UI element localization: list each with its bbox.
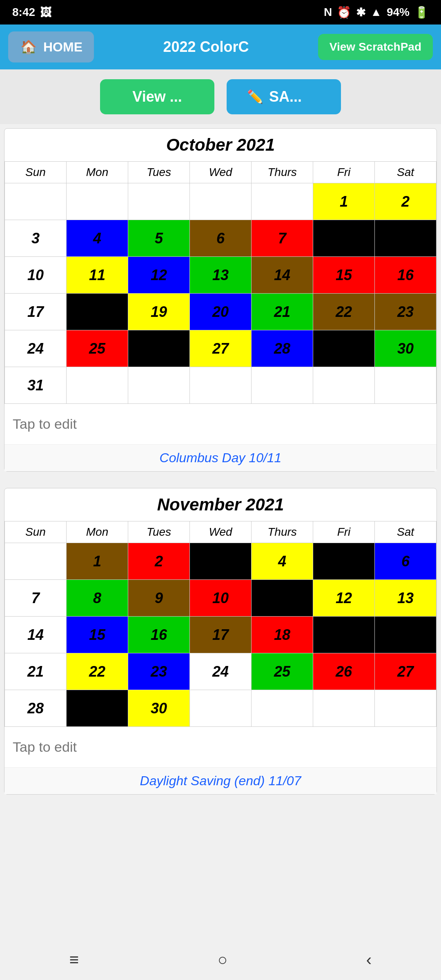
nov-cell-25[interactable]: 25 <box>252 653 313 690</box>
oct-cell-13[interactable]: 13 <box>190 257 252 294</box>
nov-cell-1[interactable]: 1 <box>67 543 128 580</box>
oct-cell-28[interactable]: 28 <box>252 330 313 367</box>
oct-cell-10[interactable]: 10 <box>5 257 67 294</box>
oct-cell-6[interactable]: 6 <box>190 220 252 257</box>
nov-cell-14[interactable]: 14 <box>5 617 67 653</box>
oct-cell-30[interactable]: 30 <box>375 330 437 367</box>
nov-cell-10[interactable]: 10 <box>190 580 252 617</box>
oct-cell-18[interactable]: 18 <box>67 294 128 330</box>
oct-header-mon: Mon <box>67 162 128 183</box>
oct-cell-empty-r6-5[interactable] <box>313 367 375 404</box>
nov-cell-empty-r5-1[interactable] <box>190 690 252 727</box>
nav-back-button[interactable]: ‹ <box>366 951 372 969</box>
oct-cell-14[interactable]: 14 <box>252 257 313 294</box>
nov-cell-21[interactable]: 21 <box>5 653 67 690</box>
oct-cell-20[interactable]: 20 <box>190 294 252 330</box>
october-title: October 2021 <box>4 129 437 161</box>
oct-week6: 31 <box>5 367 437 404</box>
oct-cell-7[interactable]: 7 <box>252 220 313 257</box>
oct-cell-empty1[interactable] <box>5 183 67 220</box>
nov-cell-16[interactable]: 16 <box>128 617 190 653</box>
oct-cell-25[interactable]: 25 <box>67 330 128 367</box>
nav-menu-button[interactable]: ≡ <box>69 951 79 969</box>
nov-cell-8[interactable]: 8 <box>67 580 128 617</box>
oct-cell-3[interactable]: 3 <box>5 220 67 257</box>
oct-cell-31[interactable]: 31 <box>5 367 67 404</box>
nov-header-mon: Mon <box>67 521 128 543</box>
nov-cell-3[interactable]: 3 <box>190 543 252 580</box>
oct-cell-empty3[interactable] <box>128 183 190 220</box>
oct-cell-2[interactable]: 2 <box>375 183 437 220</box>
oct-cell-23[interactable]: 23 <box>375 294 437 330</box>
nov-cell-24[interactable]: 24 <box>190 653 252 690</box>
status-wifi-icon: ▲ <box>370 6 382 19</box>
status-battery-icon: 🔋 <box>414 6 429 19</box>
nov-cell-17[interactable]: 17 <box>190 617 252 653</box>
nov-cell-2[interactable]: 2 <box>128 543 190 580</box>
home-button[interactable]: 🏠 HOME <box>8 31 94 62</box>
oct-header-sat: Sat <box>375 162 437 183</box>
nov-cell-22[interactable]: 22 <box>67 653 128 690</box>
nov-cell-20[interactable]: 20 <box>375 617 437 653</box>
oct-cell-empty-r6-6[interactable] <box>375 367 437 404</box>
oct-cell-8[interactable]: 8 <box>313 220 375 257</box>
nov-cell-4[interactable]: 4 <box>252 543 313 580</box>
nov-tap-edit[interactable] <box>4 727 437 767</box>
nov-cell-28[interactable]: 28 <box>5 690 67 727</box>
oct-cell-empty5[interactable] <box>252 183 313 220</box>
oct-cell-17[interactable]: 17 <box>5 294 67 330</box>
oct-cell-9[interactable]: 9 <box>375 220 437 257</box>
nov-cell-5[interactable]: 5 <box>313 543 375 580</box>
nov-cell-9[interactable]: 9 <box>128 580 190 617</box>
oct-cell-empty-r6-1[interactable] <box>67 367 128 404</box>
nov-cell-30[interactable]: 30 <box>128 690 190 727</box>
oct-cell-5[interactable]: 5 <box>128 220 190 257</box>
nov-cell-empty-r5-2[interactable] <box>252 690 313 727</box>
nov-cell-empty1[interactable] <box>5 543 67 580</box>
oct-cell-empty-r6-3[interactable] <box>190 367 252 404</box>
oct-header-sun: Sun <box>5 162 67 183</box>
scratchpad-button[interactable]: View ScratchPad <box>318 34 433 60</box>
nov-cell-19[interactable]: 19 <box>313 617 375 653</box>
nov-cell-23[interactable]: 23 <box>128 653 190 690</box>
nov-cell-7[interactable]: 7 <box>5 580 67 617</box>
status-alarm-icon: ⏰ <box>337 6 351 19</box>
oct-cell-27[interactable]: 27 <box>190 330 252 367</box>
view-button[interactable]: View ... <box>100 79 214 114</box>
oct-header-fri: Fri <box>313 162 375 183</box>
sa-button[interactable]: ✏️ SA... <box>227 79 341 114</box>
nov-cell-empty-r5-3[interactable] <box>313 690 375 727</box>
oct-tap-edit[interactable] <box>4 404 437 444</box>
oct-cell-19[interactable]: 19 <box>128 294 190 330</box>
oct-cell-11[interactable]: 11 <box>67 257 128 294</box>
oct-cell-empty-r6-4[interactable] <box>252 367 313 404</box>
nov-cell-26[interactable]: 26 <box>313 653 375 690</box>
oct-cell-12[interactable]: 12 <box>128 257 190 294</box>
oct-cell-29[interactable]: 29 <box>313 330 375 367</box>
nov-cell-27[interactable]: 27 <box>375 653 437 690</box>
oct-header-tue: Tues <box>128 162 190 183</box>
oct-cell-1[interactable]: 1 <box>313 183 375 220</box>
nov-cell-18[interactable]: 18 <box>252 617 313 653</box>
oct-cell-15[interactable]: 15 <box>313 257 375 294</box>
oct-cell-21[interactable]: 21 <box>252 294 313 330</box>
oct-cell-empty2[interactable] <box>67 183 128 220</box>
oct-cell-22[interactable]: 22 <box>313 294 375 330</box>
nov-cell-13[interactable]: 13 <box>375 580 437 617</box>
oct-week5: 24 25 26 27 28 29 30 <box>5 330 437 367</box>
oct-cell-16[interactable]: 16 <box>375 257 437 294</box>
nov-cell-15[interactable]: 15 <box>67 617 128 653</box>
nav-home-button[interactable]: ○ <box>218 951 227 969</box>
oct-cell-4[interactable]: 4 <box>67 220 128 257</box>
oct-cell-empty-r6-2[interactable] <box>128 367 190 404</box>
nov-cell-12[interactable]: 12 <box>313 580 375 617</box>
oct-holiday: Columbus Day 10/11 <box>4 444 437 471</box>
oct-cell-empty4[interactable] <box>190 183 252 220</box>
october-calendar: October 2021 Sun Mon Tues Wed Thurs Fri … <box>4 128 437 472</box>
oct-cell-24[interactable]: 24 <box>5 330 67 367</box>
nov-cell-11[interactable]: 11 <box>252 580 313 617</box>
nov-cell-empty-r5-4[interactable] <box>375 690 437 727</box>
nov-cell-29[interactable]: 29 <box>67 690 128 727</box>
nov-cell-6[interactable]: 6 <box>375 543 437 580</box>
oct-cell-26[interactable]: 26 <box>128 330 190 367</box>
